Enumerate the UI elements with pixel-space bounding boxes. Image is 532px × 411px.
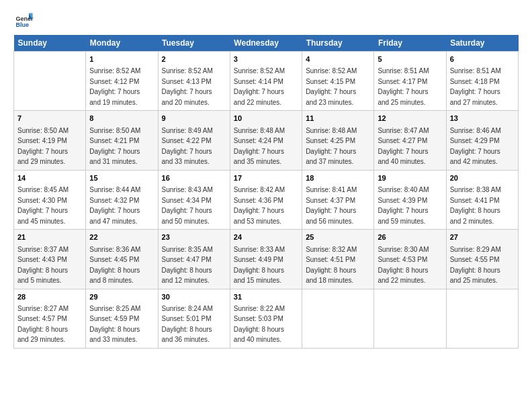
day-info: Sunrise: 8:32 AM Sunset: 4:51 PM Dayligh… (306, 246, 357, 285)
calendar-cell: 25Sunrise: 8:32 AM Sunset: 4:51 PM Dayli… (302, 230, 374, 289)
week-row-4: 21Sunrise: 8:37 AM Sunset: 4:43 PM Dayli… (14, 230, 519, 289)
day-number: 11 (306, 113, 370, 124)
day-number: 5 (378, 54, 442, 64)
calendar-cell: 11Sunrise: 8:48 AM Sunset: 4:25 PM Dayli… (302, 111, 374, 170)
day-number: 31 (234, 292, 298, 302)
day-info: Sunrise: 8:38 AM Sunset: 4:41 PM Dayligh… (450, 186, 501, 225)
day-info: Sunrise: 8:41 AM Sunset: 4:37 PM Dayligh… (306, 186, 357, 225)
day-info: Sunrise: 8:52 AM Sunset: 4:14 PM Dayligh… (234, 67, 285, 106)
week-row-2: 7Sunrise: 8:50 AM Sunset: 4:19 PM Daylig… (14, 111, 519, 170)
day-info: Sunrise: 8:51 AM Sunset: 4:17 PM Dayligh… (378, 67, 429, 106)
day-number: 20 (450, 173, 515, 183)
calendar-cell (446, 289, 518, 348)
calendar-cell (374, 289, 446, 348)
day-info: Sunrise: 8:49 AM Sunset: 4:22 PM Dayligh… (162, 127, 213, 166)
day-number: 2 (162, 54, 226, 64)
day-info: Sunrise: 8:25 AM Sunset: 4:59 PM Dayligh… (89, 305, 140, 344)
calendar-cell: 10Sunrise: 8:48 AM Sunset: 4:24 PM Dayli… (230, 111, 302, 170)
header-monday: Monday (86, 35, 158, 52)
week-row-3: 14Sunrise: 8:45 AM Sunset: 4:30 PM Dayli… (14, 170, 519, 229)
day-number: 21 (17, 232, 82, 242)
calendar-cell: 30Sunrise: 8:24 AM Sunset: 5:01 PM Dayli… (158, 289, 230, 348)
day-info: Sunrise: 8:45 AM Sunset: 4:30 PM Dayligh… (17, 186, 69, 225)
calendar-cell: 27Sunrise: 8:29 AM Sunset: 4:55 PM Dayli… (446, 230, 518, 289)
calendar-cell (14, 52, 86, 111)
calendar-cell: 26Sunrise: 8:30 AM Sunset: 4:53 PM Dayli… (374, 230, 446, 289)
day-info: Sunrise: 8:51 AM Sunset: 4:18 PM Dayligh… (450, 67, 501, 106)
day-number: 26 (378, 232, 442, 242)
calendar-cell: 22Sunrise: 8:36 AM Sunset: 4:45 PM Dayli… (86, 230, 158, 289)
day-number: 4 (306, 54, 370, 64)
calendar-cell: 12Sunrise: 8:47 AM Sunset: 4:27 PM Dayli… (374, 111, 446, 170)
day-info: Sunrise: 8:33 AM Sunset: 4:49 PM Dayligh… (234, 246, 285, 285)
svg-text:Blue: Blue (15, 21, 29, 28)
day-info: Sunrise: 8:46 AM Sunset: 4:29 PM Dayligh… (450, 127, 501, 166)
day-info: Sunrise: 8:35 AM Sunset: 4:47 PM Dayligh… (162, 246, 213, 285)
day-info: Sunrise: 8:40 AM Sunset: 4:39 PM Dayligh… (378, 186, 429, 225)
day-number: 28 (17, 292, 82, 302)
calendar-table: SundayMondayTuesdayWednesdayThursdayFrid… (13, 35, 519, 349)
calendar-cell: 1Sunrise: 8:52 AM Sunset: 4:12 PM Daylig… (86, 52, 158, 111)
calendar-cell: 5Sunrise: 8:51 AM Sunset: 4:17 PM Daylig… (374, 52, 446, 111)
calendar-cell: 21Sunrise: 8:37 AM Sunset: 4:43 PM Dayli… (14, 230, 86, 289)
day-number: 30 (162, 292, 226, 302)
calendar-cell: 15Sunrise: 8:44 AM Sunset: 4:32 PM Dayli… (86, 170, 158, 229)
day-info: Sunrise: 8:30 AM Sunset: 4:53 PM Dayligh… (378, 246, 429, 285)
calendar-cell: 2Sunrise: 8:52 AM Sunset: 4:13 PM Daylig… (158, 52, 230, 111)
day-info: Sunrise: 8:52 AM Sunset: 4:15 PM Dayligh… (306, 67, 357, 106)
day-info: Sunrise: 8:22 AM Sunset: 5:03 PM Dayligh… (234, 305, 285, 344)
day-number: 1 (89, 54, 154, 64)
logo: General Blue (13, 11, 34, 30)
day-info: Sunrise: 8:50 AM Sunset: 4:21 PM Dayligh… (89, 127, 140, 166)
day-info: Sunrise: 8:29 AM Sunset: 4:55 PM Dayligh… (450, 246, 501, 285)
calendar-header-row: SundayMondayTuesdayWednesdayThursdayFrid… (14, 35, 519, 52)
calendar-cell: 4Sunrise: 8:52 AM Sunset: 4:15 PM Daylig… (302, 52, 374, 111)
day-number: 23 (162, 232, 226, 242)
header-friday: Friday (374, 35, 446, 52)
day-info: Sunrise: 8:42 AM Sunset: 4:36 PM Dayligh… (234, 186, 285, 225)
calendar-cell: 13Sunrise: 8:46 AM Sunset: 4:29 PM Dayli… (446, 111, 518, 170)
day-number: 25 (306, 232, 370, 242)
day-info: Sunrise: 8:52 AM Sunset: 4:12 PM Dayligh… (89, 67, 140, 106)
day-info: Sunrise: 8:52 AM Sunset: 4:13 PM Dayligh… (162, 67, 213, 106)
day-info: Sunrise: 8:37 AM Sunset: 4:43 PM Dayligh… (17, 246, 69, 285)
week-row-1: 1Sunrise: 8:52 AM Sunset: 4:12 PM Daylig… (14, 52, 519, 111)
calendar-cell: 29Sunrise: 8:25 AM Sunset: 4:59 PM Dayli… (86, 289, 158, 348)
header-thursday: Thursday (302, 35, 374, 52)
day-number: 16 (162, 173, 226, 183)
logo-icon: General Blue (15, 11, 34, 30)
day-info: Sunrise: 8:47 AM Sunset: 4:27 PM Dayligh… (378, 127, 429, 166)
day-number: 8 (89, 113, 154, 124)
calendar-cell: 20Sunrise: 8:38 AM Sunset: 4:41 PM Dayli… (446, 170, 518, 229)
day-number: 3 (234, 54, 298, 64)
week-row-5: 28Sunrise: 8:27 AM Sunset: 4:57 PM Dayli… (14, 289, 519, 348)
day-number: 7 (17, 113, 82, 124)
day-number: 12 (378, 113, 442, 124)
header-tuesday: Tuesday (158, 35, 230, 52)
calendar-cell (302, 289, 374, 348)
calendar-cell: 19Sunrise: 8:40 AM Sunset: 4:39 PM Dayli… (374, 170, 446, 229)
header-sunday: Sunday (14, 35, 86, 52)
calendar-cell: 18Sunrise: 8:41 AM Sunset: 4:37 PM Dayli… (302, 170, 374, 229)
day-number: 9 (162, 113, 226, 124)
calendar-cell: 28Sunrise: 8:27 AM Sunset: 4:57 PM Dayli… (14, 289, 86, 348)
day-number: 10 (234, 113, 298, 124)
day-info: Sunrise: 8:27 AM Sunset: 4:57 PM Dayligh… (17, 305, 69, 344)
day-number: 15 (89, 173, 154, 183)
calendar-cell: 17Sunrise: 8:42 AM Sunset: 4:36 PM Dayli… (230, 170, 302, 229)
day-number: 22 (89, 232, 154, 242)
day-number: 6 (450, 54, 515, 64)
day-info: Sunrise: 8:44 AM Sunset: 4:32 PM Dayligh… (89, 186, 140, 225)
page: General Blue SundayMondayTuesdayWednesda… (0, 0, 532, 355)
header-saturday: Saturday (446, 35, 518, 52)
calendar-cell: 7Sunrise: 8:50 AM Sunset: 4:19 PM Daylig… (14, 111, 86, 170)
day-info: Sunrise: 8:50 AM Sunset: 4:19 PM Dayligh… (17, 127, 69, 166)
day-number: 18 (306, 173, 370, 183)
day-number: 29 (89, 292, 154, 302)
calendar-cell: 3Sunrise: 8:52 AM Sunset: 4:14 PM Daylig… (230, 52, 302, 111)
header-wednesday: Wednesday (230, 35, 302, 52)
calendar-cell: 23Sunrise: 8:35 AM Sunset: 4:47 PM Dayli… (158, 230, 230, 289)
header: General Blue (13, 11, 519, 30)
day-number: 24 (234, 232, 298, 242)
day-info: Sunrise: 8:43 AM Sunset: 4:34 PM Dayligh… (162, 186, 213, 225)
